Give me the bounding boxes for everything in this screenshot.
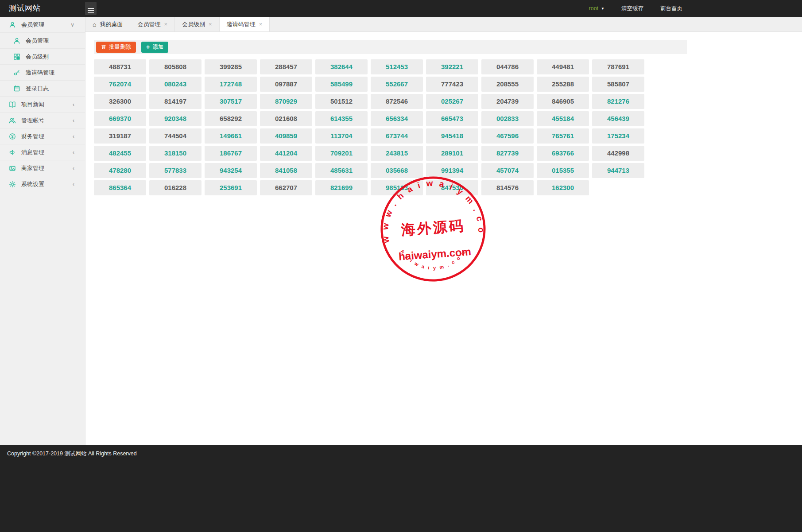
invite-code-cell[interactable]: 255288 xyxy=(537,77,589,92)
batch-delete-button[interactable]: 批量删除 xyxy=(96,42,136,53)
invite-code-cell[interactable]: 457074 xyxy=(481,163,534,178)
invite-code-cell[interactable]: 455184 xyxy=(537,111,589,126)
add-button[interactable]: + 添加 xyxy=(141,42,168,53)
sidebar-subitem-invite-codes[interactable]: 邀请码管理 xyxy=(0,65,85,81)
sidebar-item-project-news[interactable]: 项目新闻 ‹ xyxy=(0,97,85,113)
invite-code-cell[interactable]: 744504 xyxy=(149,128,201,144)
sidebar-item-messages[interactable]: 消息管理 ‹ xyxy=(0,144,85,160)
sidebar-subitem-members[interactable]: 会员管理 xyxy=(0,33,85,49)
sidebar-toggle-button[interactable] xyxy=(85,2,97,15)
invite-code-cell[interactable]: 080243 xyxy=(149,77,201,92)
invite-code-cell[interactable]: 442998 xyxy=(592,146,644,161)
invite-code-cell[interactable]: 016228 xyxy=(149,180,201,195)
invite-code-cell[interactable]: 870929 xyxy=(260,94,312,109)
tab-member-levels[interactable]: 会员级别 × xyxy=(175,17,220,31)
invite-code-cell[interactable]: 441204 xyxy=(260,146,312,161)
invite-code-cell[interactable]: 945418 xyxy=(426,128,478,144)
invite-code-cell[interactable]: 456439 xyxy=(592,111,644,126)
invite-code-cell[interactable]: 288457 xyxy=(260,59,312,74)
tab-member-management[interactable]: 会员管理 × xyxy=(130,17,175,31)
invite-code-cell[interactable]: 787691 xyxy=(592,59,644,74)
invite-code-cell[interactable]: 097887 xyxy=(260,77,312,92)
invite-code-cell[interactable]: 814576 xyxy=(481,180,534,195)
invite-code-cell[interactable]: 243815 xyxy=(371,146,423,161)
invite-code-cell[interactable]: 814197 xyxy=(149,94,201,109)
sidebar-item-admin-accounts[interactable]: 管理帐号 ‹ xyxy=(0,113,85,128)
invite-code-cell[interactable]: 669370 xyxy=(94,111,146,126)
invite-code-cell[interactable]: 577833 xyxy=(149,163,201,178)
invite-code-cell[interactable]: 409859 xyxy=(260,128,312,144)
sidebar-item-merchants[interactable]: 商家管理 ‹ xyxy=(0,160,85,176)
invite-code-cell[interactable]: 944713 xyxy=(592,163,644,178)
invite-code-cell[interactable]: 552667 xyxy=(371,77,423,92)
invite-code-cell[interactable]: 467596 xyxy=(481,128,534,144)
invite-code-cell[interactable]: 827739 xyxy=(481,146,534,161)
sidebar-item-settings[interactable]: 系统设置 ‹ xyxy=(0,176,85,192)
user-menu[interactable]: root ▼ xyxy=(589,5,604,12)
front-home-link[interactable]: 前台首页 xyxy=(660,5,682,12)
invite-code-cell[interactable]: 943254 xyxy=(205,163,257,178)
invite-code-cell[interactable]: 021608 xyxy=(260,111,312,126)
invite-code-cell[interactable]: 662707 xyxy=(260,180,312,195)
invite-code-cell[interactable]: 805808 xyxy=(149,59,201,74)
invite-code-cell[interactable]: 204739 xyxy=(481,94,534,109)
sidebar-subitem-member-levels[interactable]: 会员级别 xyxy=(0,49,85,65)
tab-close-icon[interactable]: × xyxy=(164,21,167,27)
invite-code-cell[interactable]: 482455 xyxy=(94,146,146,161)
invite-code-cell[interactable]: 673744 xyxy=(371,128,423,144)
invite-code-cell[interactable]: 693766 xyxy=(537,146,589,161)
sidebar-item-finance[interactable]: 财务管理 ‹ xyxy=(0,128,85,144)
invite-code-cell[interactable]: 318150 xyxy=(149,146,201,161)
invite-code-cell[interactable]: 821276 xyxy=(592,94,644,109)
invite-code-cell[interactable]: 585499 xyxy=(315,77,368,92)
invite-code-cell[interactable]: 035668 xyxy=(371,163,423,178)
sidebar-item-member-management[interactable]: 会员管理 ∨ xyxy=(0,17,85,33)
invite-code-cell[interactable]: 162300 xyxy=(537,180,589,195)
invite-code-cell[interactable]: 449481 xyxy=(537,59,589,74)
invite-code-cell[interactable]: 399285 xyxy=(205,59,257,74)
invite-code-cell[interactable]: 991394 xyxy=(426,163,478,178)
invite-code-cell[interactable]: 289101 xyxy=(426,146,478,161)
tab-invite-codes[interactable]: 邀请码管理 × xyxy=(220,17,270,31)
invite-code-cell[interactable]: 765761 xyxy=(537,128,589,144)
invite-code-cell[interactable]: 113704 xyxy=(315,128,368,144)
invite-code-cell[interactable]: 821699 xyxy=(315,180,368,195)
tab-my-desktop[interactable]: ⌂ 我的桌面 xyxy=(85,17,130,31)
invite-code-cell[interactable]: 172748 xyxy=(205,77,257,92)
invite-code-cell[interactable]: 478280 xyxy=(94,163,146,178)
invite-code-cell[interactable]: 025267 xyxy=(426,94,478,109)
invite-code-cell[interactable]: 392221 xyxy=(426,59,478,74)
invite-code-cell[interactable]: 307517 xyxy=(205,94,257,109)
invite-code-cell[interactable]: 208555 xyxy=(481,77,534,92)
tab-close-icon[interactable]: × xyxy=(259,21,263,27)
invite-code-cell[interactable]: 326300 xyxy=(94,94,146,109)
invite-code-cell[interactable]: 920348 xyxy=(149,111,201,126)
invite-code-cell[interactable]: 002833 xyxy=(481,111,534,126)
invite-code-cell[interactable]: 149661 xyxy=(205,128,257,144)
invite-code-cell[interactable]: 762074 xyxy=(94,77,146,92)
invite-code-cell[interactable]: 614355 xyxy=(315,111,368,126)
invite-code-cell[interactable]: 665473 xyxy=(426,111,478,126)
invite-code-cell[interactable]: 044786 xyxy=(481,59,534,74)
invite-code-cell[interactable]: 015355 xyxy=(537,163,589,178)
invite-code-cell[interactable]: 847530 xyxy=(426,180,478,195)
clear-cache-link[interactable]: 清空缓存 xyxy=(621,5,643,12)
invite-code-cell[interactable]: 488731 xyxy=(94,59,146,74)
invite-code-cell[interactable]: 253691 xyxy=(205,180,257,195)
tab-close-icon[interactable]: × xyxy=(209,21,212,27)
invite-code-cell[interactable]: 846905 xyxy=(537,94,589,109)
invite-code-cell[interactable]: 585807 xyxy=(592,77,644,92)
invite-code-cell[interactable]: 186767 xyxy=(205,146,257,161)
invite-code-cell[interactable]: 382644 xyxy=(315,59,368,74)
invite-code-cell[interactable]: 865364 xyxy=(94,180,146,195)
invite-code-cell[interactable]: 512453 xyxy=(371,59,423,74)
sidebar-subitem-login-logs[interactable]: 登录日志 xyxy=(0,81,85,97)
invite-code-cell[interactable]: 709201 xyxy=(315,146,368,161)
invite-code-cell[interactable]: 777423 xyxy=(426,77,478,92)
invite-code-cell[interactable]: 175234 xyxy=(592,128,644,144)
invite-code-cell[interactable]: 656334 xyxy=(371,111,423,126)
invite-code-cell[interactable]: 501512 xyxy=(315,94,368,109)
invite-code-cell[interactable]: 872546 xyxy=(371,94,423,109)
invite-code-cell[interactable]: 485631 xyxy=(315,163,368,178)
invite-code-cell[interactable]: 658292 xyxy=(205,111,257,126)
